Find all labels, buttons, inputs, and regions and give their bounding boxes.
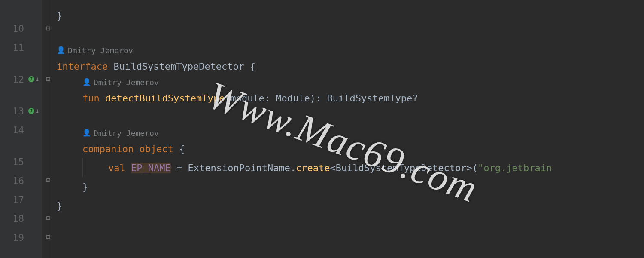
gutter-row: 10: [0, 19, 42, 38]
keyword: val: [108, 163, 131, 173]
author-annotation[interactable]: 👤 Dmitry Jemerov: [42, 44, 644, 57]
gutter-row: 18: [0, 209, 42, 228]
author-annotation[interactable]: 👤 Dmitry Jemerov: [42, 76, 644, 89]
param-type: Module: [276, 93, 310, 104]
method-name: create: [296, 163, 330, 173]
gutter-row: [0, 0, 42, 19]
code-line[interactable]: interface BuildSystemTypeDetector {: [42, 57, 644, 76]
line-number: 15: [13, 157, 24, 167]
line-number: 11: [13, 42, 24, 53]
angle: <: [330, 163, 336, 173]
fold-toggle-icon[interactable]: ⊟: [45, 75, 52, 82]
code-line[interactable]: }: [42, 196, 644, 215]
gutter: 10 11 12 ↓ 13 ↓ 14 15 16 17 18 19: [0, 0, 42, 258]
keyword: interface: [57, 61, 113, 72]
code-line[interactable]: }: [42, 177, 644, 196]
param-name: module: [230, 93, 264, 104]
keyword: object: [139, 144, 179, 154]
colon: :: [316, 93, 327, 104]
operator: =: [171, 163, 188, 173]
keyword: fun: [82, 93, 105, 104]
gutter-row: 11: [0, 38, 42, 57]
gutter-row: [0, 89, 42, 101]
class-ref: ExtensionPointName: [188, 163, 290, 173]
brace: }: [57, 200, 62, 211]
gutter-row: [0, 57, 42, 70]
string-literal: "org.jetbrain: [478, 163, 552, 173]
code-line[interactable]: }: [42, 6, 644, 25]
line-number: 14: [13, 125, 24, 135]
gutter-row: 17: [0, 190, 42, 209]
line-number: 13: [13, 106, 24, 117]
code-line[interactable]: [42, 0, 644, 6]
fold-toggle-icon[interactable]: ⊟: [45, 233, 52, 240]
gutter-row: [0, 139, 42, 152]
brace: {: [250, 61, 255, 72]
brace: }: [57, 10, 62, 21]
dot: .: [290, 163, 296, 173]
author-name: Dmitry Jemerov: [94, 129, 159, 138]
line-number: 18: [13, 213, 24, 224]
line-number: 12: [13, 74, 24, 85]
function-name: detectBuildSystemType: [105, 93, 225, 104]
code-line[interactable]: companion object {: [42, 139, 644, 158]
line-number: 19: [13, 232, 24, 243]
line-number: 10: [13, 23, 24, 34]
gutter-row: 16: [0, 171, 42, 190]
code-line[interactable]: [42, 108, 644, 126]
brace: }: [82, 181, 88, 192]
angle: >: [467, 163, 472, 173]
type-name: BuildSystemTypeDetector: [113, 61, 250, 72]
gutter-row: 13 ↓: [0, 101, 42, 120]
generic-type: BuildSystemTypeDetector: [336, 163, 467, 173]
code-area[interactable]: ⊟ ⊟ ⊟ ⊟ ⊟ } 👤 Dmitry Jemerov interface B…: [42, 0, 644, 258]
property-name: EP_NAME: [131, 163, 171, 173]
paren: ): [310, 93, 316, 104]
code-editor[interactable]: 10 11 12 ↓ 13 ↓ 14 15 16 17 18 19 ⊟ ⊟: [0, 0, 644, 258]
gutter-row: 12 ↓: [0, 70, 42, 89]
code-line[interactable]: [42, 25, 644, 44]
author-name: Dmitry Jemerov: [68, 46, 133, 55]
line-number: 16: [13, 175, 24, 186]
line-number: 17: [13, 194, 24, 205]
return-type: BuildSystemType?: [327, 93, 418, 104]
brace: {: [179, 144, 185, 154]
gutter-row: 19: [0, 228, 42, 247]
code-token: [57, 0, 88, 6]
paren: (: [472, 163, 478, 173]
author-annotation[interactable]: 👤 Dmitry Jemerov: [42, 126, 644, 139]
keyword: companion: [82, 144, 139, 154]
gutter-row: 14: [0, 120, 42, 139]
paren: (: [225, 93, 230, 104]
author-name: Dmitry Jemerov: [94, 78, 159, 87]
code-line[interactable]: [42, 215, 644, 234]
code-line[interactable]: val EP_NAME = ExtensionPointName.create<…: [42, 158, 644, 177]
code-line[interactable]: fun detectBuildSystemType(module: Module…: [42, 89, 644, 108]
implements-marker-icon[interactable]: ↓: [27, 74, 40, 84]
colon: :: [264, 93, 276, 104]
implements-marker-icon[interactable]: ↓: [27, 106, 40, 116]
gutter-row: 15: [0, 152, 42, 171]
